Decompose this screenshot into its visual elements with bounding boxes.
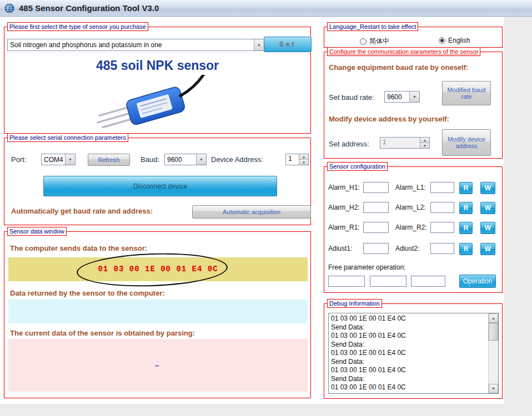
debug-group: Debug Information 01 03 00 1E 00 01 E4 0… [324, 303, 503, 399]
debug-line: Send Data: [331, 323, 486, 332]
title-bar: 485 Sensor Configuration Tool V3.0 [0, 0, 532, 17]
debug-line: 01 03 00 1E 00 01 E4 0C [331, 314, 486, 323]
data-window-group: Sensor data window The computer sends da… [4, 231, 311, 398]
set-button[interactable]: Set [264, 37, 312, 52]
sensor-type-group-label: Please first select the type of sensor y… [7, 22, 148, 31]
free-param-input-3[interactable] [411, 276, 445, 287]
set-address-stepper[interactable]: 1 ▲ ▼ [380, 137, 430, 149]
refresh-button[interactable]: Refresh [88, 154, 130, 166]
serial-group-label: Please select serial connection paramete… [7, 133, 128, 142]
app-globe-icon[interactable] [4, 3, 14, 13]
baud-dropdown[interactable]: 9600 ▼ [164, 154, 207, 165]
radio-language-chinese[interactable]: 简体中 [360, 37, 389, 46]
alarm-r2-input[interactable] [430, 222, 454, 233]
dropdown-arrow-icon[interactable]: ▼ [65, 154, 75, 165]
adjust2-input[interactable] [430, 243, 454, 254]
sensor-type-dropdown-value: Soil nitrogen and phosphorus and potassi… [8, 41, 254, 49]
debug-line: 01 03 00 1E 00 01 E4 0C [331, 349, 486, 358]
modify-baud-button[interactable]: Modified baud rate [442, 81, 491, 105]
baud-label: Baud: [140, 155, 159, 164]
sensor-config-group: Sensor configuration Alarm_H1: Alarm_L1:… [324, 166, 503, 293]
port-dropdown-value: COM4 [42, 156, 65, 164]
spinner-up-icon[interactable]: ▲ [420, 138, 429, 143]
hand-drawn-ellipse [76, 251, 228, 288]
alarm-h1-input[interactable] [363, 182, 389, 193]
free-param-input-2[interactable] [370, 276, 406, 287]
parsed-data-value: – [155, 361, 159, 369]
radio-language-english[interactable]: English [439, 37, 470, 44]
returned-data-label: Data returned by the sensor to the compu… [10, 289, 165, 297]
config-row: Adiust1: Adiust2: R W [324, 243, 502, 255]
debug-textbox[interactable]: 01 03 00 1E 00 01 E4 0C Send Data: 01 03… [328, 313, 499, 394]
language-group: Language_Restart to take effect 简体中 Engl… [324, 27, 503, 48]
parsed-data-label: The current data of the sensor is obtain… [10, 329, 195, 337]
returned-data-box [8, 300, 308, 323]
spinner-down-icon[interactable]: ▼ [299, 160, 308, 165]
address-section-label: Modify device address by yourself: [329, 115, 449, 123]
set-baud-value: 9600 [385, 93, 409, 101]
alarm-l1-input[interactable] [430, 182, 454, 193]
language-group-label: Language_Restart to take effect [327, 22, 418, 31]
radio-icon [439, 37, 445, 44]
alarm-r1-input[interactable] [363, 222, 389, 233]
device-address-value: 1 [286, 154, 299, 165]
scroll-down-icon[interactable]: ▼ [489, 384, 498, 393]
baud-section-label: Change equipment baud rate by oneself: [329, 63, 468, 72]
alarm-l2-label: Alarm_L2: [395, 204, 426, 211]
alarm-r1-label: Alarm_R1: [328, 224, 360, 231]
debug-scrollbar[interactable]: ▲ ▼ [488, 313, 498, 393]
debug-line: Send Data: [331, 375, 486, 384]
config-row: Alarm_H1: Alarm_L1: R W [324, 182, 502, 194]
adjust2-label: Adiust2: [395, 245, 419, 252]
send-data-label: The computer sends data to the sensor: [10, 244, 147, 252]
operation-button[interactable]: Operation [459, 275, 496, 288]
write-button[interactable]: W [480, 182, 495, 194]
write-button[interactable]: W [480, 202, 495, 214]
write-button[interactable]: W [480, 222, 495, 234]
dropdown-arrow-icon[interactable]: ▼ [409, 92, 419, 102]
adjust1-label: Adiust1: [328, 245, 352, 252]
alarm-l2-input[interactable] [430, 202, 454, 213]
adjust1-input[interactable] [363, 243, 389, 254]
serial-group: Please select serial connection paramete… [4, 138, 311, 225]
read-button[interactable]: R [459, 222, 473, 234]
read-button[interactable]: R [459, 202, 473, 214]
sensor-type-dropdown[interactable]: Soil nitrogen and phosphorus and potassi… [7, 39, 264, 51]
scrollbar-thumb[interactable] [489, 323, 498, 341]
dropdown-arrow-icon[interactable]: ▼ [254, 39, 264, 50]
auto-acquire-label: Automatically get baud rate and address: [11, 207, 153, 215]
read-button[interactable]: R [459, 243, 473, 255]
read-button[interactable]: R [459, 182, 473, 194]
modify-address-button[interactable]: Modify device address [442, 129, 491, 156]
parsed-data-box: – [8, 339, 308, 392]
client-area: Please first select the type of sensor y… [0, 17, 504, 404]
write-button[interactable]: W [480, 243, 495, 255]
debug-line: Send Data: [331, 358, 486, 367]
set-baud-dropdown[interactable]: 9600 ▼ [384, 91, 420, 103]
alarm-r2-label: Alarm_R2: [395, 224, 427, 231]
spinner-up-icon[interactable]: ▲ [299, 154, 308, 160]
port-dropdown[interactable]: COM4 ▼ [41, 154, 76, 165]
port-label: Port: [11, 155, 26, 164]
device-address-stepper[interactable]: 1 ▲ ▼ [285, 154, 309, 165]
dropdown-arrow-icon[interactable]: ▼ [196, 154, 206, 165]
sensor-image [88, 75, 227, 131]
sensor-config-group-label: Sensor configuration [327, 162, 388, 171]
window-title: 485 Sensor Configuration Tool V3.0 [19, 3, 159, 13]
set-address-label: Set address: [329, 140, 369, 148]
debug-line: Send Data: [331, 341, 486, 349]
automatic-acquisition-button[interactable]: Automatic acquisition [192, 205, 311, 219]
radio-label-english: English [448, 37, 470, 44]
data-window-group-label: Sensor data window [7, 227, 67, 236]
stepper-buttons: ▲ ▼ [299, 154, 308, 165]
debug-line: 01 03 00 1E 00 01 E4 0C [331, 383, 486, 392]
alarm-h2-input[interactable] [363, 202, 389, 213]
scroll-up-icon[interactable]: ▲ [489, 313, 498, 323]
baud-dropdown-value: 9600 [165, 156, 196, 164]
free-param-label: Free parameter operation: [328, 263, 405, 271]
free-param-input-1[interactable] [328, 276, 365, 287]
disconnect-device-button[interactable]: Disconnect device [43, 176, 277, 196]
spinner-down-icon[interactable]: ▼ [420, 143, 429, 148]
sensor-type-group: Please first select the type of sensor y… [4, 27, 311, 134]
alarm-h2-label: Alarm_H2: [328, 204, 360, 211]
